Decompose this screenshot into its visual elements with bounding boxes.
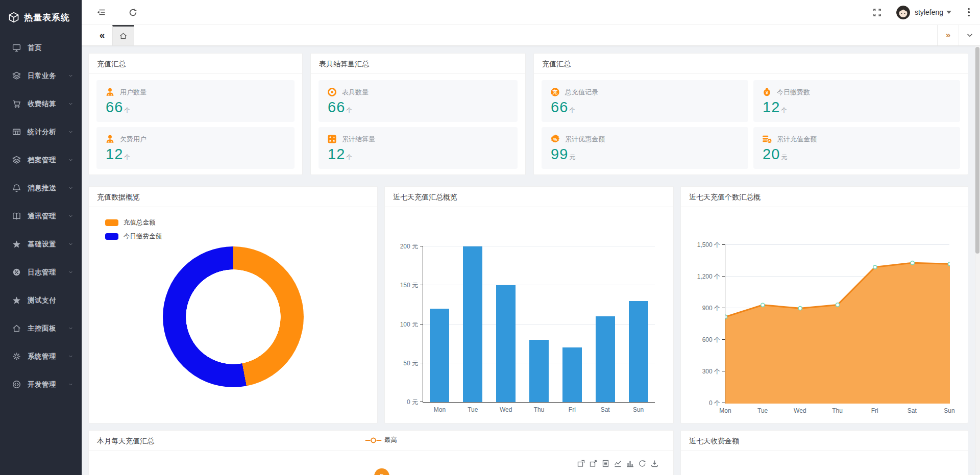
save-image-icon[interactable] <box>651 460 659 468</box>
chevron-down-icon <box>68 382 74 387</box>
magic-bar-icon[interactable] <box>626 460 634 468</box>
sidebar-item-fee-settlement[interactable]: 收费结算 <box>0 90 82 118</box>
stat-box: 表具数量 66个 <box>318 80 518 122</box>
y-axis-tick-label: 1,500 个 <box>684 241 720 249</box>
card-title: 充值汇总 <box>534 54 968 74</box>
area-chart: 0 个300 个600 个900 个1,200 个1,500 个MonTueWe… <box>725 245 949 404</box>
sidebar-item-dev-management[interactable]: 开发管理 <box>0 370 82 398</box>
sidebar-item-test-payment[interactable]: 测试支付 <box>0 286 82 314</box>
donut-legend: 充值总金额 今日缴费金额 <box>105 218 162 246</box>
stat-label: 用户数量 <box>120 88 146 97</box>
chart-toolbox <box>577 460 659 468</box>
sidebar-item-label: 档案管理 <box>28 156 56 165</box>
sidebar-item-statistics[interactable]: 统计分析 <box>0 118 82 146</box>
refresh-button[interactable] <box>122 0 143 24</box>
calculator-icon <box>327 134 337 144</box>
zoom-reset-icon[interactable] <box>590 460 598 468</box>
y-axis-tick-label: 0 元 <box>382 398 418 407</box>
legend-swatch <box>105 219 118 226</box>
tabs-dropdown-button[interactable] <box>959 25 980 45</box>
sidebar-item-system-management[interactable]: 系统管理 <box>0 342 82 370</box>
chevron-down-icon <box>68 129 74 135</box>
chevron-down-icon <box>966 32 973 39</box>
y-axis-tick-label: 200 元 <box>382 242 418 251</box>
x-axis-tick-label: Sat <box>908 407 917 414</box>
x-axis-tick-label: Mon <box>434 406 446 413</box>
star-icon <box>12 240 21 248</box>
sidebar-item-main-panel[interactable]: 主控面板 <box>0 314 82 342</box>
user-icon <box>105 134 115 144</box>
dev-icon <box>12 380 21 389</box>
menu-fold-button[interactable] <box>91 0 111 24</box>
x-axis-tick-label: Tue <box>757 407 768 414</box>
fullscreen-icon[interactable] <box>866 0 889 24</box>
username[interactable]: stylefeng <box>915 8 943 16</box>
stat-value: 20元 <box>762 146 952 163</box>
scrollbar-thumb[interactable] <box>975 47 979 254</box>
sidebar-menu: 首页日常业务收费结算统计分析档案管理消息推送通讯管理基础设置日志管理测试支付主控… <box>0 34 82 398</box>
svg-text:充: 充 <box>552 89 557 95</box>
x-axis-tick-label: Thu <box>832 407 843 414</box>
stat-box: 充 总充值记录 66个 <box>542 80 748 122</box>
sidebar-item-communication[interactable]: 通讯管理 <box>0 202 82 230</box>
brand-title: 热量表系统 <box>24 12 70 23</box>
legend-swatch <box>105 233 118 240</box>
sidebar-item-daily-business[interactable]: 日常业务 <box>0 62 82 90</box>
tabs-scroll-left-button[interactable]: « <box>92 25 112 45</box>
sidebar-item-message-push[interactable]: 消息推送 <box>0 174 82 202</box>
cube-icon <box>8 12 19 23</box>
stat-box: 累计充值金额 20元 <box>753 127 960 169</box>
tabbar-right: » <box>937 25 980 45</box>
stat-value: 66个 <box>550 99 740 116</box>
magic-line-icon[interactable] <box>614 460 622 468</box>
tabs-scroll-right-button[interactable]: » <box>937 25 959 45</box>
x-axis-tick-label: Sun <box>944 407 954 414</box>
discount-icon: % <box>550 134 560 144</box>
y-axis-tick-label: 600 个 <box>684 336 720 344</box>
x-axis-tick-label: Wed <box>794 407 806 414</box>
sidebar-item-label: 开发管理 <box>28 380 56 389</box>
tab-home[interactable] <box>112 25 134 45</box>
svg-text:¥: ¥ <box>766 90 768 95</box>
sidebar: 热量表系统 首页日常业务收费结算统计分析档案管理消息推送通讯管理基础设置日志管理… <box>0 0 82 475</box>
bar-Sat <box>596 316 615 402</box>
user-caret-icon[interactable] <box>946 11 951 16</box>
stat-box: 欠费用户 12个 <box>96 127 295 169</box>
chevron-down-icon <box>68 326 74 331</box>
stat-label: 累计优惠金额 <box>565 135 605 144</box>
star-icon <box>12 296 21 305</box>
legend-item[interactable]: 今日缴费金额 <box>105 232 162 241</box>
stat-value: 12个 <box>105 146 286 163</box>
stat-label: 总充值记录 <box>565 88 598 97</box>
svg-text:%: % <box>553 137 557 142</box>
sidebar-item-archives[interactable]: 档案管理 <box>0 146 82 174</box>
max-legend[interactable]: 最高 <box>365 436 397 444</box>
x-axis-tick-label: Sat <box>601 406 610 413</box>
stat-label: 表具数量 <box>342 88 369 97</box>
x-axis-tick-label: Wed <box>500 406 512 413</box>
chevron-down-icon <box>68 354 74 359</box>
legend-item[interactable]: 充值总金额 <box>105 218 162 227</box>
user-icon <box>105 87 115 97</box>
y-axis-tick-label: 50 元 <box>382 359 418 367</box>
bar-Sun <box>629 301 648 402</box>
more-menu-button[interactable] <box>958 0 980 24</box>
stat-value: 12个 <box>762 99 952 116</box>
bell-icon <box>12 184 21 192</box>
stat-value: 66个 <box>105 99 286 116</box>
sidebar-item-basic-settings[interactable]: 基础设置 <box>0 230 82 258</box>
card-meter-settlement-summary: 表具结算量汇总 表具数量 66个 累计结算量 12个 <box>310 53 526 175</box>
max-point-marker: 5 <box>374 468 389 475</box>
coins-icon <box>762 134 772 144</box>
sidebar-item-log-management[interactable]: 日志管理 <box>0 258 82 286</box>
data-view-icon[interactable] <box>602 460 610 468</box>
restore-icon[interactable] <box>639 460 647 468</box>
avatar[interactable] <box>896 6 910 19</box>
sidebar-item-home[interactable]: 首页 <box>0 34 82 62</box>
sidebar-item-label: 首页 <box>28 43 42 53</box>
data-zoom-icon[interactable] <box>577 460 585 468</box>
y-axis-tick-label: 150 元 <box>382 281 418 290</box>
y-axis-tick-label: 100 元 <box>382 320 418 329</box>
sidebar-item-label: 日志管理 <box>28 268 56 277</box>
stat-box: % 累计优惠金额 99元 <box>542 127 748 169</box>
